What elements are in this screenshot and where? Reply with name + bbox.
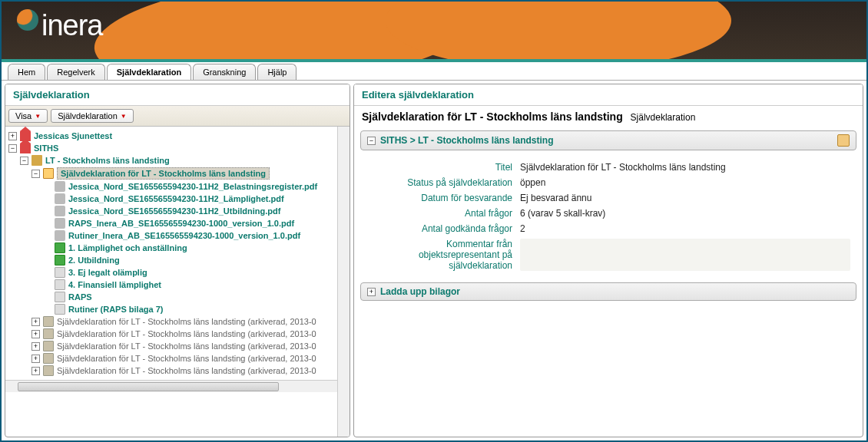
detail-table: TitelSjälvdeklaration för LT - Stockholm…: [366, 160, 850, 273]
expand-icon[interactable]: +: [8, 132, 17, 140]
tree-section[interactable]: 3. Ej legalt olämplig: [68, 268, 147, 277]
tree-section[interactable]: 1. Lämplighet och anställning: [68, 243, 187, 252]
dropdown-arrow-icon: ▼: [121, 113, 127, 120]
tree-archived[interactable]: Självdeklaration för LT - Stockholms län…: [57, 317, 316, 326]
box-icon: [55, 279, 65, 290]
expand-icon[interactable]: +: [31, 355, 40, 363]
tree-file[interactable]: Jessica_Nord_SE165565594230-11H2_Lämplig…: [68, 194, 284, 203]
collapse-icon[interactable]: −: [367, 137, 376, 145]
tree-view[interactable]: +Jessicas Sjunettest −SITHS −LT - Stockh…: [5, 127, 337, 380]
attachment-icon: [55, 230, 65, 241]
tree-archived[interactable]: Självdeklaration för LT - Stockholms län…: [57, 329, 316, 338]
tab-hjalp[interactable]: Hjälp: [257, 64, 297, 80]
attachment-icon: [55, 193, 65, 204]
field-value: Självdeklaration för LT - Stockholms län…: [520, 162, 850, 173]
home-icon: [20, 143, 31, 153]
banner-swoosh: [386, 2, 731, 59]
collapse-icon[interactable]: −: [8, 144, 17, 153]
tree-item[interactable]: Jessicas Sjunettest: [34, 131, 112, 140]
check-icon: [55, 242, 65, 253]
logo-icon: [17, 9, 38, 31]
logo-text: inera: [41, 9, 103, 42]
field-label: Antal godkända frågor: [366, 223, 520, 234]
tree-file[interactable]: Jessica_Nord_SE165565594230-11H2_Utbildn…: [68, 206, 280, 216]
left-toolbar: Visa▼ Självdeklaration▼: [5, 106, 350, 127]
tree-archived[interactable]: Självdeklaration för LT - Stockholms län…: [57, 354, 316, 363]
box-icon: [55, 267, 65, 278]
breadcrumb-section: − SITHS > LT - Stockholms läns landsting: [360, 130, 856, 150]
logo: inera: [17, 9, 103, 42]
dropdown-arrow-icon: ▼: [35, 113, 41, 120]
box-icon: [55, 292, 65, 302]
tree-item-selected[interactable]: Självdeklaration för LT - Stockholms län…: [57, 167, 270, 180]
attachment-icon: [55, 218, 65, 229]
expand-icon[interactable]: +: [31, 318, 40, 326]
folder-icon: [31, 155, 42, 166]
main-tabs: Hem Regelverk Självdeklaration Gransknin…: [2, 62, 866, 81]
expand-icon[interactable]: +: [367, 288, 376, 296]
tree-item[interactable]: LT - Stockholms läns landsting: [45, 156, 170, 165]
field-value: 2: [520, 223, 850, 234]
tab-regelverk[interactable]: Regelverk: [47, 64, 105, 80]
check-icon: [55, 255, 65, 266]
tree-section[interactable]: RAPS: [68, 292, 92, 302]
expand-icon[interactable]: +: [31, 330, 40, 338]
attachment-icon: [55, 181, 65, 192]
archive-icon: [43, 328, 54, 339]
document-icon: [43, 168, 54, 179]
upload-section[interactable]: + Ladda upp bilagor: [360, 282, 856, 301]
field-label: Status på självdeklaration: [366, 177, 520, 188]
archive-icon: [43, 365, 54, 376]
right-panel-header: Editera självdeklaration: [354, 84, 863, 106]
tree-archived[interactable]: Självdeklaration för LT - Stockholms län…: [57, 366, 316, 375]
tree-file[interactable]: Rutiner_Inera_AB_SE165565594230-1000_ver…: [68, 231, 300, 240]
collapse-icon[interactable]: −: [20, 157, 28, 165]
tree-archived[interactable]: Självdeklaration för LT - Stockholms län…: [57, 341, 316, 351]
tree-file[interactable]: Jessica_Nord_SE165565594230-11H2_Belastn…: [68, 182, 317, 191]
tree-section[interactable]: 4. Finansiell lämplighet: [68, 280, 161, 289]
tree-section[interactable]: Rutiner (RAPS bilaga 7): [68, 305, 163, 314]
field-label: Titel: [366, 162, 520, 173]
tree-item[interactable]: SITHS: [34, 143, 58, 153]
visa-dropdown[interactable]: Visa▼: [8, 109, 48, 123]
page-title: Självdeklaration för LT - Stockholms län…: [354, 106, 863, 127]
left-panel: Självdeklaration Visa▼ Självdeklaration▼…: [5, 84, 350, 437]
field-label: Antal frågor: [366, 208, 520, 219]
tab-hem[interactable]: Hem: [8, 64, 45, 80]
archive-icon: [43, 341, 54, 351]
expand-icon[interactable]: +: [31, 342, 40, 351]
clipboard-icon[interactable]: [837, 134, 850, 147]
comment-box: [520, 239, 850, 271]
sjalvdeklaration-dropdown[interactable]: Självdeklaration▼: [51, 109, 134, 123]
box-icon: [55, 304, 65, 315]
tree-section[interactable]: 2. Utbildning: [68, 256, 120, 265]
right-panel: Editera självdeklaration Självdeklaratio…: [353, 84, 863, 437]
header-banner: inera: [2, 2, 866, 59]
vertical-scrollbar[interactable]: [337, 127, 350, 437]
upload-section-title: Ladda upp bilagor: [380, 286, 850, 297]
expand-icon[interactable]: +: [31, 367, 40, 375]
field-value: öppen: [520, 177, 850, 188]
tab-granskning[interactable]: Granskning: [193, 64, 256, 80]
field-label: Datum för besvarande: [366, 193, 520, 203]
tree-file[interactable]: RAPS_Inera_AB_SE165565594230-1000_versio…: [68, 219, 294, 228]
collapse-icon[interactable]: −: [31, 170, 40, 178]
attachment-icon: [55, 206, 65, 216]
archive-icon: [43, 353, 54, 364]
field-value: Ej besvarad ännu: [520, 193, 850, 203]
field-label: Kommentar från objektsrepresentant på sj…: [366, 239, 520, 271]
tab-sjalvdeklaration[interactable]: Självdeklaration: [107, 64, 191, 80]
left-panel-header: Självdeklaration: [5, 84, 350, 106]
field-value: 6 (varav 5 skall-krav): [520, 208, 850, 219]
breadcrumb[interactable]: SITHS > LT - Stockholms läns landsting: [380, 135, 837, 146]
archive-icon: [43, 316, 54, 327]
horizontal-scrollbar[interactable]: [5, 380, 337, 392]
